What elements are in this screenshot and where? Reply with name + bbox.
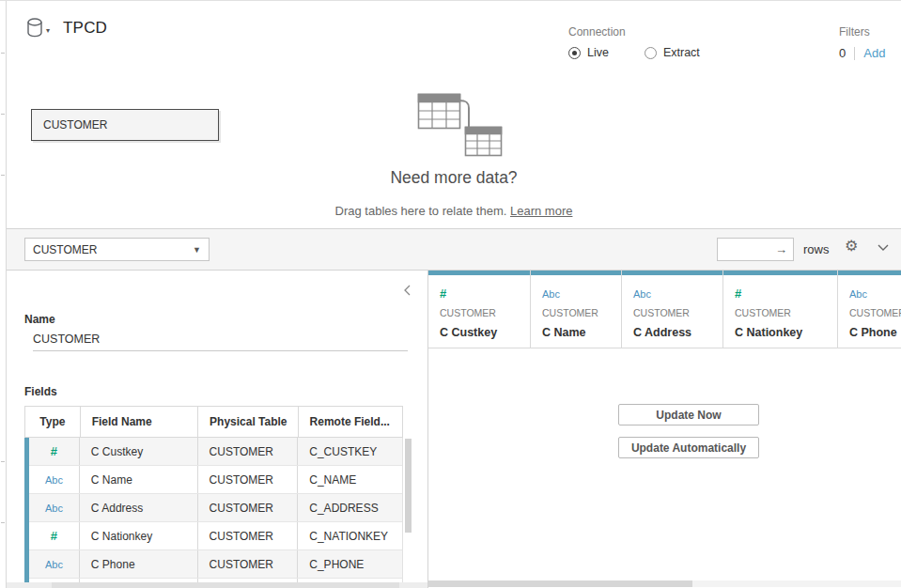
- datasource-title: TPCD: [63, 19, 107, 38]
- update-now-button[interactable]: Update Now: [618, 404, 759, 426]
- grid-column-c-address[interactable]: Abc CUSTOMER C Address: [622, 271, 723, 348]
- database-dropdown-caret-icon[interactable]: ▾: [46, 26, 50, 35]
- string-type-icon: Abc: [849, 288, 867, 300]
- rail-tick: [1, 461, 5, 462]
- collapse-pane-chevron-icon[interactable]: [878, 244, 889, 251]
- gear-icon[interactable]: ⚙: [845, 237, 858, 255]
- fields-table-body: # C Custkey CUSTOMER C_CUSTKEY Abc C Nam…: [24, 438, 403, 582]
- filters-count: 0: [839, 46, 846, 60]
- scrollbar-thumb[interactable]: [405, 439, 412, 533]
- number-type-icon: #: [735, 286, 741, 301]
- datasource-header: ▾ TPCD: [26, 18, 107, 38]
- fields-table-header: Type Field Name Physical Table Remote Fi…: [24, 406, 403, 438]
- relationship-canvas: ▾ TPCD Connection Live Extract Filters 0…: [7, 1, 901, 228]
- radio-extract-icon[interactable]: [645, 47, 657, 59]
- string-type-icon: Abc: [45, 559, 63, 570]
- table-row[interactable]: Abc C Address CUSTOMER C_ADDRESS: [29, 494, 402, 522]
- filters-section: Filters 0 Add: [839, 25, 885, 60]
- connection-label: Connection: [568, 25, 736, 39]
- string-type-icon: Abc: [45, 503, 63, 514]
- tables-relation-icon: [416, 88, 503, 158]
- connection-section: Connection Live Extract: [568, 25, 736, 59]
- vertical-scrollbar[interactable]: [405, 439, 412, 579]
- grid-column-c-phone[interactable]: Abc CUSTOMER C Phone: [838, 271, 901, 348]
- empty-state-title: Need more data?: [7, 168, 901, 188]
- col-header-field-name[interactable]: Field Name: [81, 407, 198, 437]
- collapse-left-panel-icon[interactable]: [404, 285, 411, 296]
- name-field[interactable]: CUSTOMER: [33, 333, 408, 351]
- table-details-toolbar: CUSTOMER ▼ → rows ⚙: [7, 228, 901, 271]
- table-row[interactable]: Abc C Phone CUSTOMER C_PHONE: [29, 550, 402, 579]
- rail-tick: [1, 522, 5, 523]
- name-label: Name: [24, 313, 55, 326]
- number-type-icon: #: [51, 529, 57, 543]
- learn-more-link[interactable]: Learn more: [510, 204, 572, 218]
- string-type-icon: Abc: [633, 288, 651, 300]
- database-icon[interactable]: [26, 18, 43, 38]
- row-limit-box: →: [717, 238, 794, 261]
- horizontal-scrollbar[interactable]: [7, 582, 427, 588]
- table-selector-dropdown[interactable]: CUSTOMER ▼: [24, 238, 210, 261]
- filters-label: Filters: [839, 25, 885, 39]
- table-row[interactable]: # C Custkey CUSTOMER C_CUSTKEY: [29, 438, 402, 466]
- divider: [854, 47, 855, 60]
- string-type-icon: Abc: [45, 474, 63, 486]
- number-type-icon: #: [440, 286, 446, 301]
- grid-column-c-name[interactable]: Abc CUSTOMER C Name: [531, 271, 622, 348]
- radio-extract[interactable]: Extract: [645, 46, 700, 59]
- col-header-remote-field[interactable]: Remote Field...: [299, 407, 402, 437]
- data-grid-header: # CUSTOMER C Custkey Abc CUSTOMER C Name…: [428, 271, 901, 348]
- radio-live-icon[interactable]: [568, 47, 581, 59]
- arrow-right-icon[interactable]: →: [775, 242, 787, 256]
- left-rail[interactable]: [0, 1, 7, 588]
- chevron-down-icon: ▼: [193, 245, 201, 255]
- rows-label: rows: [803, 242, 829, 256]
- fields-label: Fields: [24, 385, 57, 398]
- radio-live[interactable]: Live: [568, 46, 609, 59]
- scrollbar-thumb[interactable]: [52, 582, 399, 588]
- number-type-icon: #: [51, 444, 57, 458]
- rail-tick: [1, 114, 5, 115]
- table-row[interactable]: # C Nationkey CUSTOMER C_NATIONKEY: [29, 522, 402, 550]
- horizontal-scrollbar[interactable]: [428, 580, 901, 587]
- string-type-icon: Abc: [542, 288, 560, 300]
- row-limit-input[interactable]: [718, 239, 772, 260]
- scrollbar-thumb[interactable]: [428, 580, 692, 587]
- col-header-type[interactable]: Type: [25, 407, 81, 437]
- data-preview-grid: # CUSTOMER C Custkey Abc CUSTOMER C Name…: [428, 271, 901, 588]
- col-header-physical-table[interactable]: Physical Table: [198, 407, 298, 437]
- fields-table: Type Field Name Physical Table Remote Fi…: [24, 406, 403, 582]
- grid-column-c-custkey[interactable]: # CUSTOMER C Custkey: [428, 271, 531, 348]
- rail-tick: [1, 175, 5, 176]
- filters-add-link[interactable]: Add: [863, 46, 885, 60]
- metadata-panel: Name CUSTOMER Fields Type Field Name Phy…: [7, 271, 428, 588]
- rail-tick: [1, 53, 5, 54]
- grid-column-c-nationkey[interactable]: # CUSTOMER C Nationkey: [723, 271, 838, 348]
- canvas-table-customer[interactable]: CUSTOMER: [31, 109, 219, 141]
- table-row[interactable]: Abc C Name CUSTOMER C_NAME: [29, 466, 402, 494]
- empty-state-hint: Drag tables here to relate them. Learn m…: [7, 204, 901, 218]
- update-automatically-button[interactable]: Update Automatically: [618, 437, 759, 458]
